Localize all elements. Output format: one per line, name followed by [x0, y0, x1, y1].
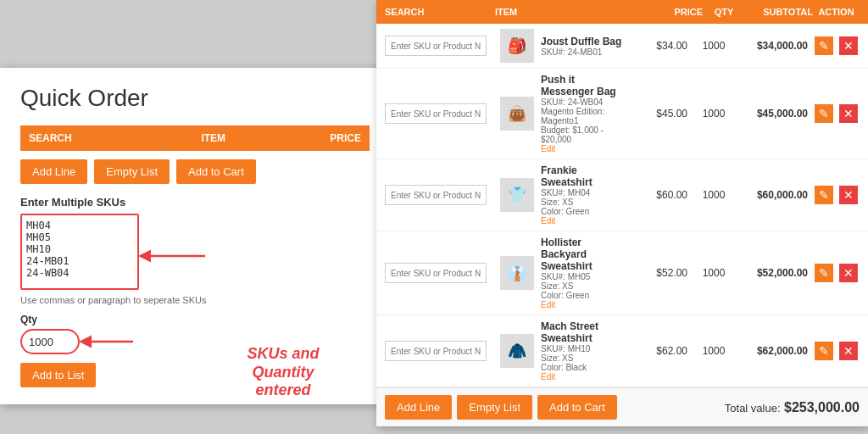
right-header-subtotal: SUBTOTAL: [745, 7, 813, 17]
order-rows: 🎒 Joust Duffle Bag SKU#: 24-MB01 $34.00 …: [376, 24, 868, 387]
product-image: 🎒: [500, 29, 534, 63]
page-title: Quick Order: [20, 85, 370, 112]
edit-button[interactable]: ✎: [815, 342, 833, 360]
add-to-cart-button[interactable]: Add to Cart: [176, 159, 256, 184]
item-cell: 👔 Hollister Backyard Sweatshirt SKU#: MH…: [500, 236, 623, 309]
price-cell: $60.00: [628, 189, 687, 201]
sku-arrow-icon: [146, 243, 214, 269]
action-cell: ✎ ✕: [813, 185, 860, 205]
subtotal-cell: $52,000.00: [740, 267, 808, 279]
delete-button[interactable]: ✕: [839, 186, 858, 204]
right-footer: Add Line Empty List Add to Cart Total va…: [376, 387, 868, 426]
qty-cell: 1000: [693, 108, 735, 120]
edit-button[interactable]: ✎: [815, 186, 833, 204]
item-name: Frankie Sweatshirt: [541, 164, 623, 188]
qty-input[interactable]: [20, 329, 80, 354]
search-input[interactable]: [385, 341, 487, 361]
right-header-search: SEARCH: [385, 7, 495, 17]
item-sku: SKU#: MH05: [541, 272, 623, 281]
left-header-price: PRICE: [287, 132, 361, 144]
qty-cell: 1000: [693, 345, 735, 357]
search-cell: [385, 36, 495, 56]
search-input[interactable]: [385, 263, 487, 283]
table-row: 👜 Push it Messenger Bag SKU#: 24-WB04 Ma…: [376, 69, 868, 159]
product-image: 👔: [500, 256, 534, 290]
right-header-price: PRICE: [643, 7, 703, 17]
search-input[interactable]: [385, 185, 487, 205]
item-cell: 👜 Push it Messenger Bag SKU#: 24-WB04 Ma…: [500, 74, 623, 153]
footer-add-to-cart-button[interactable]: Add to Cart: [537, 395, 617, 420]
product-image: 🧥: [500, 334, 534, 368]
item-name: Hollister Backyard Sweatshirt: [541, 236, 623, 272]
total-display: Total value: $253,000.00: [725, 400, 860, 415]
item-info: Frankie Sweatshirt SKU#: MH04 Size: XSCo…: [541, 164, 623, 225]
right-header-action: ACTION: [813, 7, 860, 17]
delete-button[interactable]: ✕: [839, 264, 858, 282]
qty-label: Qty: [20, 314, 370, 326]
item-sku: SKU#: 24-WB04: [541, 97, 623, 107]
subtotal-cell: $45,000.00: [740, 108, 808, 120]
right-header-item: ITEM: [495, 7, 643, 17]
empty-list-button[interactable]: Empty List: [94, 159, 170, 184]
footer-button-row: Add Line Empty List Add to Cart: [385, 395, 617, 420]
subtotal-cell: $60,000.00: [740, 189, 808, 201]
left-header-bar: SEARCH ITEM PRICE: [20, 125, 370, 151]
edit-link[interactable]: Edit: [541, 144, 623, 153]
item-sku: SKU#: MH10: [541, 344, 623, 353]
footer-empty-list-button[interactable]: Empty List: [457, 395, 532, 420]
action-cell: ✎ ✕: [813, 341, 860, 361]
left-panel: Quick Order SEARCH ITEM PRICE Add Line E…: [0, 68, 390, 404]
qty-arrow-icon: [86, 333, 137, 350]
total-label: Total value:: [725, 402, 781, 415]
right-panel: SEARCH ITEM PRICE QTY SUBTOTAL ACTION 🎒 …: [376, 0, 868, 426]
delete-button[interactable]: ✕: [839, 342, 858, 360]
right-header-qty: QTY: [703, 7, 745, 17]
table-row: 🧥 Mach Street Sweatshirt SKU#: MH10 Size…: [376, 315, 868, 387]
item-name: Mach Street Sweatshirt: [541, 320, 623, 344]
edit-button[interactable]: ✎: [815, 264, 833, 282]
footer-add-line-button[interactable]: Add Line: [385, 395, 452, 420]
item-info: Mach Street Sweatshirt SKU#: MH10 Size: …: [541, 320, 623, 381]
price-cell: $34.00: [628, 40, 687, 52]
item-info: Hollister Backyard Sweatshirt SKU#: MH05…: [541, 236, 623, 309]
delete-button[interactable]: ✕: [839, 36, 858, 55]
item-cell: 🎒 Joust Duffle Bag SKU#: 24-MB01: [500, 29, 623, 63]
sku-section-label: Enter Multiple SKUs: [20, 196, 370, 209]
sku-textarea[interactable]: MH04 MH05 MH10 24-MB01 24-WB04: [20, 214, 139, 290]
item-cell: 👕 Frankie Sweatshirt SKU#: MH04 Size: XS…: [500, 164, 623, 225]
sku-hint: Use commas or paragraph to seperate SKUs: [20, 295, 370, 305]
item-sku: SKU#: MH04: [541, 188, 623, 198]
subtotal-cell: $34,000.00: [740, 40, 808, 52]
search-input[interactable]: [385, 36, 487, 56]
price-cell: $52.00: [628, 267, 687, 279]
action-cell: ✎ ✕: [813, 36, 860, 56]
item-name: Joust Duffle Bag: [541, 36, 623, 47]
search-input[interactable]: [385, 103, 487, 124]
edit-link[interactable]: Edit: [541, 372, 623, 381]
add-line-button[interactable]: Add Line: [20, 159, 87, 184]
search-cell: [385, 185, 495, 205]
delete-button[interactable]: ✕: [839, 104, 858, 123]
action-cell: ✎ ✕: [813, 103, 860, 124]
edit-link[interactable]: Edit: [541, 300, 623, 309]
add-to-list-button[interactable]: Add to List: [20, 363, 96, 387]
edit-button[interactable]: ✎: [815, 104, 833, 123]
item-cell: 🧥 Mach Street Sweatshirt SKU#: MH10 Size…: [500, 320, 623, 381]
left-header-search: SEARCH: [29, 132, 140, 144]
item-sku: SKU#: 24-MB01: [541, 47, 623, 57]
table-row: 👔 Hollister Backyard Sweatshirt SKU#: MH…: [376, 231, 868, 315]
search-cell: [385, 341, 495, 361]
item-info: Joust Duffle Bag SKU#: 24-MB01: [541, 36, 623, 57]
search-cell: [385, 103, 495, 124]
qty-cell: 1000: [693, 189, 735, 201]
product-image: 👕: [500, 178, 534, 212]
item-meta: Size: XSColor: Green: [541, 198, 623, 216]
left-header-item: ITEM: [140, 132, 287, 144]
edit-button[interactable]: ✎: [815, 36, 833, 55]
action-cell: ✎ ✕: [813, 263, 860, 283]
edit-link[interactable]: Edit: [541, 216, 623, 225]
table-row: 👕 Frankie Sweatshirt SKU#: MH04 Size: XS…: [376, 159, 868, 231]
left-button-row: Add Line Empty List Add to Cart: [20, 159, 370, 184]
price-cell: $45.00: [628, 108, 687, 120]
item-meta: Size: XSColor: Black: [541, 353, 623, 372]
